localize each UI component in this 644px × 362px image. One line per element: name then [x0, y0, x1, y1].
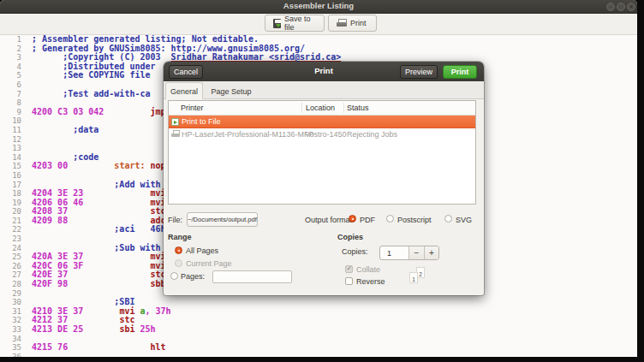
print-button[interactable]: Print	[328, 15, 377, 32]
radio-pages[interactable]	[170, 272, 178, 280]
line-number: 26	[0, 262, 21, 271]
line-number: 25	[0, 252, 21, 262]
radio-pages-label[interactable]: Pages:	[181, 272, 205, 281]
preview-button[interactable]: Preview	[400, 65, 438, 79]
line-number: 3	[0, 53, 21, 62]
code-token: Sridhar Ratnakumar <srid@srid.ca>	[171, 52, 342, 62]
line-number: 6	[0, 80, 21, 90]
code-token: ;Add with c	[27, 180, 171, 189]
code-token: 4203 00	[27, 161, 68, 170]
minimize-icon[interactable]: –	[606, 3, 615, 11]
pages-input[interactable]	[212, 270, 292, 283]
code-token: 4206 06 46	[27, 198, 83, 207]
reverse-label[interactable]: Reverse	[356, 277, 385, 286]
code-token: mvi	[83, 261, 165, 270]
code-token: ;Sub with c	[27, 243, 171, 252]
print-dialog-header: Cancel Print Preview Print	[164, 62, 484, 81]
line-number: 23	[0, 234, 21, 244]
column-header-location[interactable]: Location	[306, 104, 335, 112]
window-title: Assembler Listing	[0, 1, 637, 10]
printer-icon	[337, 19, 347, 27]
code-token: sbi	[83, 324, 134, 334]
line-number: 18	[0, 189, 21, 199]
code-token: nop	[145, 161, 165, 170]
code-token: hlt	[68, 342, 165, 352]
maximize-icon[interactable]: □	[617, 3, 625, 11]
output-format-label: Output format:	[305, 216, 355, 224]
printer-name: Print to File	[182, 117, 221, 126]
code-token: mvi	[83, 306, 134, 316]
column-separator	[343, 103, 344, 113]
radio-svg[interactable]	[444, 215, 452, 223]
print-dialog: Cancel Print Preview Print General Page …	[164, 62, 484, 295]
listing-line: 33 4213 DE 25 sbi 25h	[0, 325, 637, 335]
code-token: ;aci 46h	[27, 224, 166, 234]
line-number: 22	[0, 225, 21, 234]
line-number: 28	[0, 280, 21, 289]
printer-row-hp-laserjet[interactable]: HP-LaserJet-Professional-M1136-MFP vostr…	[169, 128, 475, 140]
line-number: 1	[0, 35, 21, 45]
copies-spinbox: 1 − +	[379, 246, 439, 260]
print-confirm-button[interactable]: Print	[443, 65, 477, 79]
column-header-printer[interactable]: Printer	[181, 104, 204, 112]
code-token: mvi	[83, 198, 165, 207]
line-number: 9	[0, 108, 21, 117]
code-text: ;See COPYING file	[27, 71, 151, 80]
print-to-file-icon	[171, 118, 179, 126]
copies-increment-button[interactable]: +	[424, 246, 438, 259]
code-token: 420A 3E 37	[27, 252, 83, 261]
printer-icon	[171, 132, 180, 138]
printer-location: vostro-1450	[306, 130, 347, 139]
radio-postscript-label[interactable]: Postscript	[397, 216, 432, 224]
code-text: ;data	[27, 126, 98, 135]
code-token: 4212 37	[27, 315, 68, 324]
code-token: sbb	[68, 279, 165, 288]
column-header-status[interactable]: Status	[347, 104, 369, 112]
code-token: 420C 06 3F	[27, 261, 83, 270]
copies-value[interactable]: 1	[380, 246, 408, 259]
close-icon[interactable]: ✕	[627, 3, 635, 11]
line-number: 7	[0, 90, 21, 99]
line-number: 32	[0, 316, 21, 325]
code-token: stc	[68, 270, 165, 279]
line-number: 24	[0, 244, 21, 253]
tab-general[interactable]: General	[165, 82, 203, 99]
line-number: 12	[0, 135, 21, 145]
code-token: stc	[68, 206, 165, 216]
code-token: 4200 C3 03 042	[27, 107, 104, 116]
code-text: 4213 DE 25 sbi 25h	[27, 325, 156, 335]
printer-list[interactable]: Printer Location Status Print to File HP…	[168, 100, 476, 205]
radio-postscript[interactable]	[386, 215, 394, 223]
line-number: 27	[0, 270, 21, 280]
tab-page-setup[interactable]: Page Setup	[203, 83, 259, 99]
radio-current-page-label: Current Page	[186, 259, 232, 268]
copies-decrement-button[interactable]: −	[408, 246, 423, 259]
code-token: 4208 37	[27, 206, 68, 216]
code-token: ;code	[27, 152, 98, 162]
radio-pdf[interactable]	[349, 215, 356, 223]
printer-row-print-to-file[interactable]: Print to File	[169, 116, 475, 128]
line-number: 11	[0, 126, 21, 135]
line-number: 20	[0, 207, 21, 217]
code-token: ;See COPYING file	[27, 70, 151, 80]
radio-svg-label[interactable]: SVG	[456, 216, 472, 224]
collate-label: Collate	[356, 265, 380, 274]
line-number: 17	[0, 181, 21, 190]
radio-all-pages-label[interactable]: All Pages	[186, 246, 218, 255]
file-chooser-button[interactable]: ~/Documents/output.pdf	[187, 212, 258, 227]
copies-label: Copies:	[342, 247, 368, 256]
line-number: 10	[0, 116, 21, 126]
code-token: ;Distributed under	[27, 62, 156, 71]
radio-pdf-label[interactable]: PDF	[360, 216, 375, 224]
reverse-checkbox[interactable]	[345, 277, 353, 285]
code-token: ;SBI	[27, 297, 134, 306]
printer-name: HP-LaserJet-Professional-M1136-MFP	[182, 130, 313, 139]
code-text: ;Test add-with-ca	[27, 90, 151, 99]
save-to-file-button[interactable]: Save to file	[265, 15, 325, 32]
line-number: 33	[0, 325, 21, 335]
radio-all-pages[interactable]	[175, 246, 182, 254]
radio-current-page	[175, 259, 182, 267]
line-number: 2	[0, 45, 21, 54]
listing-line: 35 4215 76 hlt	[0, 343, 637, 353]
titlebar[interactable]: Assembler Listing – □ ✕	[0, 0, 637, 14]
